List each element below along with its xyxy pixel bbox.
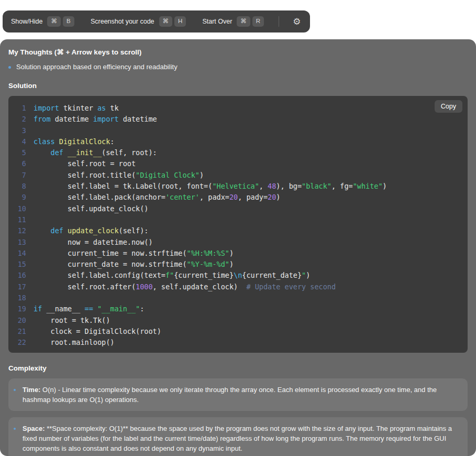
code-line: 4class DigitalClock: — [8, 136, 468, 147]
complexity-row: Space: **Space complexity: O(1)** becaus… — [14, 424, 459, 453]
line-number: 8 — [8, 181, 34, 192]
code-line: 6 self.root = root — [8, 158, 468, 169]
line-number: 1 — [8, 103, 34, 114]
toolbar-action-start-over[interactable]: Start Over⌘R — [202, 16, 264, 27]
code-text: self.root.after(1000, self.update_clock)… — [34, 281, 336, 292]
code-line: 9 self.label.pack(anchor='center', padx=… — [8, 192, 468, 203]
code-line: 21 clock = DigitalClock(root) — [8, 326, 468, 337]
settings-button[interactable]: ⚙ — [292, 16, 302, 27]
line-number: 10 — [8, 203, 34, 214]
code-text: current_date = now.strftime("%Y-%m-%d") — [34, 259, 234, 270]
code-text: if __name__ == "__main__": — [34, 303, 144, 314]
key-badge: H — [174, 16, 186, 27]
line-number: 22 — [8, 337, 34, 348]
thoughts-list: Solution approach based on efficiency an… — [8, 63, 468, 71]
code-text: root.mainloop() — [34, 337, 114, 348]
code-block: Copy 1import tkinter as tk2from datetime… — [8, 96, 468, 353]
line-number: 3 — [8, 125, 34, 136]
bullet-dot — [14, 428, 16, 430]
line-number: 13 — [8, 237, 34, 248]
key-badge: ⌘ — [159, 16, 173, 27]
code-text: def update_clock(self): — [34, 225, 149, 236]
code-line: 3 — [8, 125, 468, 136]
line-number: 20 — [8, 315, 34, 326]
line-number: 5 — [8, 147, 34, 158]
code-line: 18 — [8, 292, 468, 303]
key-badge: B — [63, 16, 74, 27]
main-panel: My Thoughts (⌘ + Arrow keys to scroll) S… — [0, 39, 476, 456]
code-line: 7 self.root.title("Digital Clock") — [8, 170, 468, 181]
line-number: 2 — [8, 114, 34, 125]
line-number: 18 — [8, 292, 34, 303]
complexity-card-space: Space: **Space complexity: O(1)** becaus… — [8, 417, 468, 456]
complexity-cards: Time: O(n) - Linear time complexity beca… — [8, 378, 468, 456]
line-number: 4 — [8, 136, 34, 147]
code-text: self.label.config(text=f"{current_time}\… — [34, 270, 310, 281]
code-line: 19if __name__ == "__main__": — [8, 303, 468, 314]
code-text: now = datetime.now() — [34, 237, 153, 248]
toolbar-action-label: Show/Hide — [11, 18, 42, 25]
code-line: 16 self.label.config(text=f"{current_tim… — [8, 270, 468, 281]
key-badge: R — [252, 16, 264, 27]
complexity-card-time: Time: O(n) - Linear time complexity beca… — [8, 378, 468, 411]
bullet-dot — [8, 66, 11, 69]
key-badge: ⌘ — [47, 16, 61, 27]
code-text: class DigitalClock: — [34, 136, 114, 147]
line-number: 7 — [8, 170, 34, 181]
line-number: 12 — [8, 225, 34, 236]
toolbar-action-label: Start Over — [202, 18, 232, 25]
gear-icon: ⚙ — [293, 17, 301, 27]
code-text: current_time = now.strftime("%H:%M:%S") — [34, 248, 234, 259]
complexity-text: Space: **Space complexity: O(1)** becaus… — [23, 424, 459, 453]
copy-button[interactable]: Copy — [435, 100, 462, 113]
toolbar: Show/Hide⌘BScreenshot your code⌘HStart O… — [3, 10, 310, 32]
toolbar-action-show-hide[interactable]: Show/Hide⌘B — [11, 16, 74, 27]
code-line: 10 self.update_clock() — [8, 203, 468, 214]
code-line: 1import tkinter as tk — [8, 103, 468, 114]
code-line: 17 self.root.after(1000, self.update_clo… — [8, 281, 468, 292]
toolbar-actions: Show/Hide⌘BScreenshot your code⌘HStart O… — [11, 16, 264, 27]
line-number: 21 — [8, 326, 34, 337]
code-line: 8 self.label = tk.Label(root, font=("Hel… — [8, 181, 468, 192]
line-number: 14 — [8, 248, 34, 259]
thoughts-heading: My Thoughts (⌘ + Arrow keys to scroll) — [8, 48, 468, 56]
code-text: self.label = tk.Label(root, font=("Helve… — [34, 181, 387, 192]
code-line: 13 now = datetime.now() — [8, 237, 468, 248]
code-line: 14 current_time = now.strftime("%H:%M:%S… — [8, 248, 468, 259]
code-line: 11 — [8, 214, 468, 225]
toolbar-action-label: Screenshot your code — [91, 18, 154, 25]
code-line: 15 current_date = now.strftime("%Y-%m-%d… — [8, 259, 468, 270]
solution-heading: Solution — [8, 82, 468, 90]
complexity-text: Time: O(n) - Linear time complexity beca… — [23, 385, 459, 405]
line-number: 16 — [8, 270, 34, 281]
code-text: def __init__(self, root): — [34, 147, 157, 158]
thought-text: Solution approach based on efficiency an… — [16, 63, 178, 71]
code-line: 5 def __init__(self, root): — [8, 147, 468, 158]
code-text: self.root = root — [34, 158, 136, 169]
code-text: clock = DigitalClock(root) — [34, 326, 161, 337]
key-badge: ⌘ — [237, 16, 250, 27]
line-number: 9 — [8, 192, 34, 203]
toolbar-divider — [279, 16, 279, 27]
line-number: 6 — [8, 158, 34, 169]
thought-item: Solution approach based on efficiency an… — [8, 63, 468, 71]
code-text: from datetime import datetime — [34, 114, 157, 125]
code-text: self.root.title("Digital Clock") — [34, 170, 204, 181]
line-number: 15 — [8, 259, 34, 270]
line-number: 17 — [8, 281, 34, 292]
code-line: 22 root.mainloop() — [8, 337, 468, 348]
code-text: self.update_clock() — [34, 203, 148, 214]
code-line: 2from datetime import datetime — [8, 114, 468, 125]
code-line: 12 def update_clock(self): — [8, 225, 468, 236]
complexity-heading: Complexity — [8, 364, 468, 372]
bullet-dot — [14, 389, 16, 391]
code-text: self.label.pack(anchor='center', padx=20… — [34, 192, 280, 203]
code-text: import tkinter as tk — [34, 103, 119, 114]
complexity-row: Time: O(n) - Linear time complexity beca… — [14, 385, 459, 405]
toolbar-action-screenshot-your-code[interactable]: Screenshot your code⌘H — [91, 16, 186, 27]
line-number: 11 — [8, 214, 34, 225]
code-text: root = tk.Tk() — [34, 315, 110, 326]
code-lines: 1import tkinter as tk2from datetime impo… — [8, 103, 468, 349]
line-number: 19 — [8, 303, 34, 314]
code-line: 20 root = tk.Tk() — [8, 315, 468, 326]
